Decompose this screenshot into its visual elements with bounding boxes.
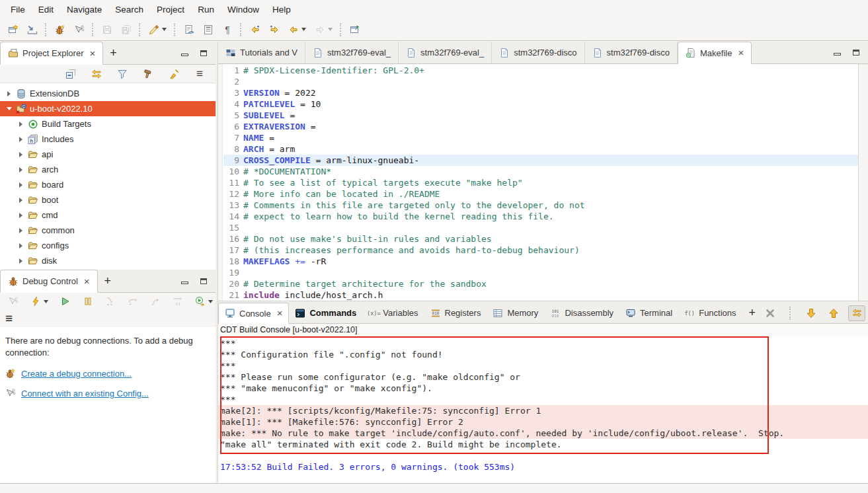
link-with-editor-button[interactable] <box>89 67 104 81</box>
menu-navigate[interactable]: Navigate <box>60 1 108 18</box>
forward-annotation-button[interactable] <box>266 22 282 37</box>
menu-search[interactable]: Search <box>108 1 150 18</box>
menu-help[interactable]: Help <box>266 1 297 18</box>
dropdown-arrow-icon[interactable] <box>208 300 213 303</box>
show-whitespace-button[interactable]: ¶ <box>219 22 235 37</box>
menu-edit[interactable]: Edit <box>32 1 60 18</box>
import-button[interactable] <box>24 22 40 37</box>
maximize-button[interactable] <box>853 48 859 57</box>
build-file-button[interactable] <box>181 22 197 37</box>
build-button[interactable] <box>140 67 156 81</box>
save-button[interactable] <box>99 22 115 37</box>
expand-arrow-icon[interactable] <box>17 152 24 157</box>
show-error-in-editor-button[interactable] <box>848 305 865 321</box>
console-tab-functions[interactable]: f()Functions <box>678 303 742 323</box>
editor-tab-stm32f769-disco[interactable]: stm32f769-disco <box>492 42 584 63</box>
collapse-all-button[interactable] <box>63 67 79 81</box>
collapse-arrow-icon[interactable] <box>5 107 13 110</box>
flash-button[interactable] <box>28 294 51 309</box>
expand-arrow-icon[interactable] <box>17 182 24 188</box>
filter-button[interactable] <box>114 67 130 81</box>
expand-arrow-icon[interactable] <box>17 167 24 172</box>
view-menu-icon[interactable]: ≡ <box>5 313 13 324</box>
overview-ruler[interactable] <box>858 64 868 301</box>
console-tab-commands[interactable]: Commands <box>289 303 362 323</box>
expand-arrow-icon[interactable] <box>17 243 24 248</box>
maximize-button[interactable] <box>200 48 207 58</box>
editor-tab-stm32f769-disco[interactable]: stm32f769-disco <box>585 42 678 63</box>
close-icon[interactable]: × <box>738 49 744 57</box>
step-over-button[interactable] <box>125 294 141 309</box>
minimize-button[interactable] <box>181 276 188 286</box>
tree-item-u-boot-v2022.10[interactable]: Cu-boot-v2022.10 <box>0 101 216 116</box>
resume-button[interactable] <box>58 294 73 309</box>
back-annotation-button[interactable] <box>247 22 263 37</box>
tree-item-disk[interactable]: disk <box>0 253 216 268</box>
close-icon[interactable]: × <box>84 278 90 285</box>
back-button[interactable] <box>286 22 309 37</box>
console-tab-terminal[interactable]: Terminal <box>619 303 678 323</box>
view-menu-button[interactable]: ≡ <box>192 67 208 81</box>
menu-window[interactable]: Window <box>221 1 266 18</box>
expand-arrow-icon[interactable] <box>17 258 24 264</box>
editor-tab-stm32f769-eval_[interactable]: stm32f769-eval_ <box>399 42 492 63</box>
close-icon[interactable]: × <box>89 50 95 57</box>
step-into-button[interactable] <box>102 294 118 309</box>
debug-link-label[interactable]: Create a debug connection... <box>21 369 132 379</box>
editor-tab-tutorials-and-v[interactable]: Tutorials and V <box>218 42 305 63</box>
tree-item-common[interactable]: common <box>0 223 216 238</box>
menu-run[interactable]: Run <box>191 1 221 18</box>
new-view-button[interactable]: + <box>103 42 124 64</box>
expand-arrow-icon[interactable] <box>5 91 13 96</box>
tree-item-api[interactable]: api <box>0 147 216 162</box>
dropdown-arrow-icon[interactable] <box>328 28 333 31</box>
new-window-button[interactable] <box>5 22 21 37</box>
console-tab-console[interactable]: Console× <box>218 303 289 324</box>
tab-project-explorer[interactable]: Project Explorer × <box>0 42 103 65</box>
maximize-button[interactable] <box>200 276 207 286</box>
tree-item-build-targets[interactable]: Build Targets <box>0 116 216 132</box>
link-create-a-debug-connection...[interactable]: Create a debug connection... <box>5 368 210 379</box>
restart-button[interactable] <box>192 294 216 309</box>
console-tab-registers[interactable]: 010Registers <box>424 303 487 323</box>
editor-content[interactable]: 1# SPDX-License-Identifier: GPL-2.0+23VE… <box>218 64 868 301</box>
link-connect-with-an-existing-config...[interactable]: Connect with an existing Config... <box>5 388 210 398</box>
step-instruction-button[interactable]: si <box>170 294 186 309</box>
expand-arrow-icon[interactable] <box>17 137 24 142</box>
new-debug-button[interactable] <box>52 22 68 37</box>
tab-debug-control[interactable]: Debug Control × <box>0 270 98 293</box>
new-view-button[interactable]: + <box>98 270 118 292</box>
close-icon[interactable]: × <box>277 309 283 317</box>
expand-arrow-icon[interactable] <box>17 228 24 233</box>
step-return-button[interactable] <box>147 294 163 309</box>
pin-editor-button[interactable] <box>347 22 363 37</box>
tree-item-configs[interactable]: configs <box>0 238 216 253</box>
expand-arrow-icon[interactable] <box>17 213 24 218</box>
debug-link-label[interactable]: Connect with an existing Config... <box>21 389 149 398</box>
expand-arrow-icon[interactable] <box>17 122 24 127</box>
save-all-button[interactable] <box>118 22 134 37</box>
menu-file[interactable]: File <box>4 1 32 18</box>
tree-item-arch[interactable]: arch <box>0 162 216 177</box>
tree-item-cmd[interactable]: cmd <box>0 208 216 223</box>
expand-arrow-icon[interactable] <box>17 198 24 203</box>
tree-item-boot[interactable]: boot <box>0 192 216 208</box>
tree-item-board[interactable]: board <box>0 177 216 192</box>
open-outline-button[interactable] <box>200 22 216 37</box>
dropdown-arrow-icon[interactable] <box>44 300 48 303</box>
console-tab-disassembly[interactable]: 101010Disassembly <box>544 303 619 323</box>
next-error-button[interactable] <box>803 306 819 321</box>
minimize-button[interactable] <box>834 48 841 57</box>
editor-tab-makefile[interactable]: Makefile× <box>678 42 752 64</box>
project-tree[interactable]: ExtensionDBCu-boot-v2022.10Build Targets… <box>0 83 216 270</box>
new-view-button[interactable]: + <box>742 303 763 323</box>
previous-error-button[interactable] <box>826 306 842 321</box>
clear-console-button[interactable] <box>762 306 778 321</box>
dropdown-arrow-icon[interactable] <box>162 28 167 31</box>
connect-target-button[interactable] <box>71 22 87 37</box>
connect-target-button[interactable] <box>5 294 21 309</box>
tree-item-includes[interactable]: hIncludes <box>0 132 216 147</box>
dropdown-arrow-icon[interactable] <box>301 28 306 31</box>
tree-item-extensiondb[interactable]: ExtensionDB <box>0 86 216 101</box>
marker-pen-button[interactable] <box>146 22 169 37</box>
